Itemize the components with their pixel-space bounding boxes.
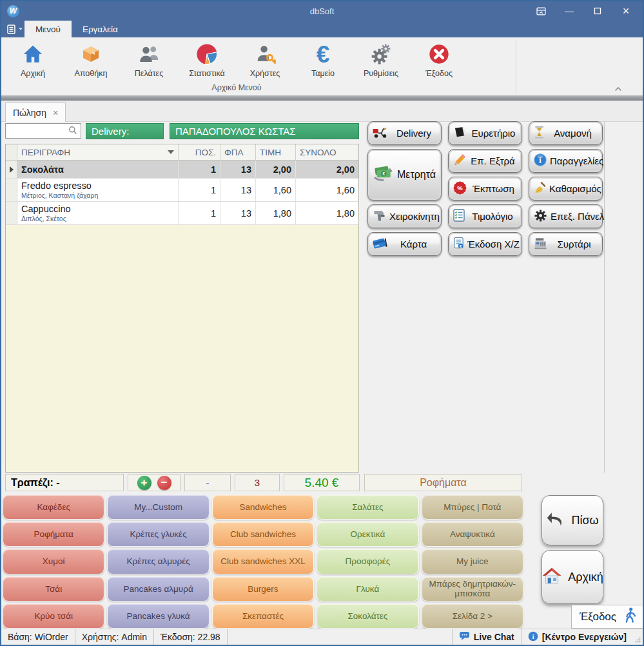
ribbon-toggle-button[interactable] (527, 1, 555, 21)
category-button[interactable]: Pancakes αλμυρά (107, 576, 209, 602)
extras-button[interactable]: Επ. Εξτρά (448, 149, 522, 173)
category-button[interactable]: Σαλάτες (317, 494, 418, 520)
orders-button[interactable]: i Παραγγελίες (529, 149, 603, 173)
category-button[interactable]: Sandwiches (212, 494, 314, 520)
category-button[interactable]: Προσφορές (317, 549, 418, 574)
category-button[interactable]: Κρέπες αλμυρές (107, 549, 209, 574)
category-button[interactable]: Ορεκτικά (317, 522, 418, 547)
decrease-qty-button[interactable]: − (157, 476, 171, 490)
col-price[interactable]: ΤΙΜΗ (256, 144, 296, 160)
status-user: Χρήστης: Admin (75, 629, 154, 645)
exit-button[interactable]: Έξοδος (571, 605, 644, 629)
app-window: W dbSoft — × Μενού Εργαλεία Αρχική (0, 0, 644, 646)
action-center-button[interactable]: i [Κέντρο Ενεργειών] (521, 629, 633, 645)
home-button[interactable]: Αρχική (542, 550, 603, 604)
report-xz-button[interactable]: € Έκδοση Χ/Ζ (448, 232, 522, 256)
app-logo-icon: W (7, 5, 19, 17)
table-number-label: Τραπέζι: - (5, 474, 124, 491)
category-button[interactable]: Χυμοί (3, 549, 104, 574)
col-qty[interactable]: ΠΟΣ. (179, 144, 220, 160)
category-button[interactable]: Pancakes γλυκά (107, 603, 209, 629)
pencil-icon (453, 154, 465, 168)
maximize-icon (594, 7, 601, 15)
sort-arrow-icon[interactable] (168, 150, 174, 154)
cash-button[interactable]: € Μετρητά (367, 149, 442, 201)
quick-access-menu-button[interactable] (5, 21, 24, 37)
category-button[interactable]: My juice (422, 549, 523, 574)
order-total: 5.40 € (284, 474, 360, 491)
invoice-icon (453, 209, 465, 224)
category-button[interactable]: Αναψυκτικά (422, 522, 523, 547)
cash-register-icon (534, 237, 547, 251)
ribbon-collapse-button[interactable] (614, 83, 622, 94)
ribbon-item-warehouse[interactable]: Αποθήκη (62, 37, 120, 78)
ribbon-item-home[interactable]: Αρχική (4, 37, 62, 78)
maximize-button[interactable] (583, 1, 612, 21)
item-qty: 1 (179, 161, 220, 178)
report-euro-icon: € (453, 237, 464, 251)
ribbon-item-customers[interactable]: Πελάτες (120, 37, 178, 78)
index-button[interactable]: Ευρετήριο (448, 121, 522, 145)
card-button[interactable]: Κάρτα (367, 232, 442, 256)
cash-icon: € (373, 164, 393, 185)
delivery-button[interactable]: Delivery (367, 121, 442, 145)
title-bar: W dbSoft — × (1, 1, 643, 21)
increase-qty-button[interactable]: + (137, 476, 151, 490)
category-button[interactable]: Μπάρες δημητριακών-μπισκότα (422, 576, 523, 602)
category-button[interactable]: Σκεπαστές (212, 603, 314, 629)
category-button[interactable]: Σοκολάτες (317, 603, 418, 629)
category-button[interactable]: Σελίδα 2 > (422, 603, 523, 629)
drawer-button[interactable]: Συρτάρι (529, 232, 603, 256)
item-vat: 13 (220, 202, 256, 224)
category-button[interactable]: My...Custom (107, 494, 209, 520)
clear-button[interactable]: Καθαρισμός (529, 177, 603, 201)
ribbon-item-exit[interactable]: Έξοδος (410, 37, 468, 78)
house-icon (542, 567, 562, 588)
exit-icon (429, 41, 449, 68)
col-total[interactable]: ΣΥΝΟΛΟ (296, 144, 358, 160)
tab-close-icon[interactable]: × (53, 108, 58, 118)
table-row[interactable]: CappuccinoΔιπλός, Σκέτος 1 13 1,80 1,80 (6, 202, 358, 225)
panel-divider (604, 121, 605, 473)
category-button[interactable]: Τσάι (3, 576, 104, 602)
hold-button[interactable]: Αναμονή (529, 121, 603, 145)
ribbon-tab-menu[interactable]: Μενού (24, 21, 72, 37)
category-button[interactable]: Μπύρες | Ποτά (422, 494, 523, 520)
ribbon-item-cashier[interactable]: € Ταμείο (294, 37, 352, 78)
table-row[interactable]: Σοκολάτα 1 13 2,00 2,00 (6, 161, 358, 179)
resize-grip[interactable] (633, 629, 643, 645)
search-input[interactable] (5, 123, 81, 139)
ribbon: Αρχική Αποθήκη Πελάτες Στατιστικά (1, 37, 643, 95)
hourglass-icon (534, 126, 545, 141)
ribbon-item-statistics[interactable]: Στατιστικά (178, 37, 236, 78)
category-button[interactable]: Ροφήματα (3, 522, 104, 547)
back-button[interactable]: Πίσω (542, 495, 603, 545)
category-button[interactable]: Club sandwiches XXL (212, 549, 314, 574)
edit-panel-button[interactable]: Επεξ. Πάνελ (529, 204, 603, 228)
selected-row-arrow-icon (6, 161, 17, 178)
minimize-button[interactable]: — (555, 1, 583, 21)
col-description[interactable]: ΠΕΡΙΓΡΑΦΗ (17, 144, 179, 160)
category-button[interactable]: Burgers (212, 576, 314, 602)
close-button[interactable]: × (612, 1, 640, 21)
category-button[interactable]: Club sandwiches (212, 522, 314, 547)
invoice-button[interactable]: Τιμολόγιο (448, 204, 522, 228)
svg-text:%: % (457, 184, 463, 191)
qty-stepper: + − (128, 474, 181, 491)
live-chat-button[interactable]: Live Chat (452, 629, 521, 645)
tab-sale[interactable]: Πώληση × (5, 103, 66, 122)
chevron-down-icon (19, 28, 23, 30)
ribbon-item-users[interactable]: Χρήστες (236, 37, 294, 78)
category-button[interactable]: Καφέδες (3, 494, 104, 520)
col-vat[interactable]: ΦΠΑ (220, 144, 256, 160)
user-key-icon (254, 41, 276, 68)
category-button[interactable]: Κρέπες γλυκές (107, 522, 209, 547)
discount-button[interactable]: % Έκπτωση (448, 177, 522, 201)
ribbon-item-settings[interactable]: Ρυθμίσεις (352, 37, 410, 78)
category-button[interactable]: Κρύο τσάι (3, 603, 104, 629)
item-qty: 1 (179, 179, 220, 201)
category-button[interactable]: Γλυκά (317, 576, 418, 602)
ribbon-tab-tools[interactable]: Εργαλεία (72, 21, 129, 37)
manual-entry-button[interactable]: Χειροκίνητη (367, 204, 442, 228)
table-row[interactable]: Freddo espressoΜέτριος, Καστανή ζάχαρη 1… (6, 179, 358, 202)
